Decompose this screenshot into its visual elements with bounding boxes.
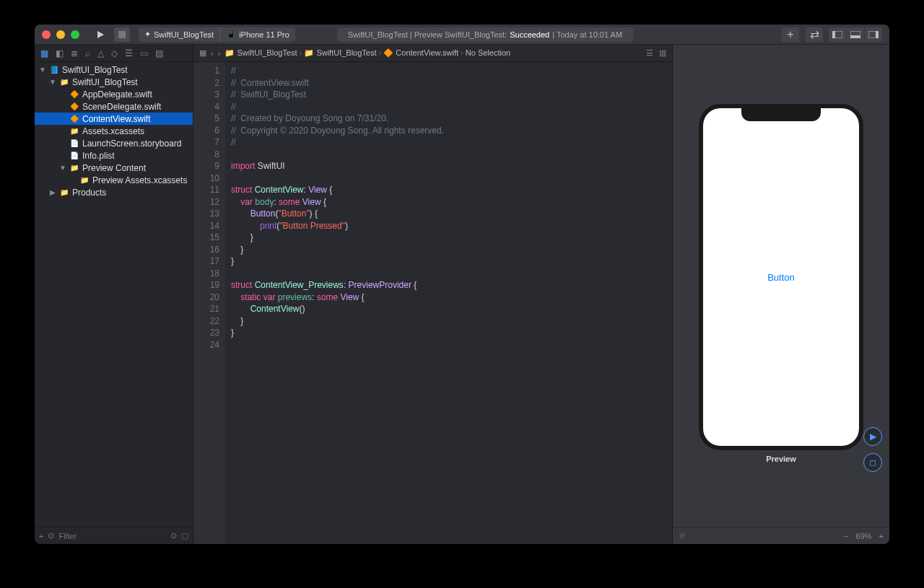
toggle-debug-button[interactable] [847, 27, 864, 42]
proj-icon: 📘 [49, 65, 59, 75]
tree-item-label: LaunchScreen.storyboard [82, 139, 181, 149]
code-editor[interactable]: 123456789101112131415161718192021222324 … [193, 62, 672, 544]
close-window-button[interactable] [42, 30, 51, 39]
recent-filter-button[interactable]: ⊙ [170, 531, 177, 540]
library-button[interactable]: + [782, 27, 799, 42]
tree-item[interactable]: ▶📁Products [35, 186, 193, 198]
tree-item[interactable]: 📄Info.plist [35, 149, 193, 162]
breadcrumb-item[interactable]: No Selection [466, 48, 510, 57]
related-items-button[interactable]: ▦ [199, 48, 206, 58]
svg-rect-6 [876, 31, 879, 38]
disclosure-triangle[interactable]: ▶ [49, 188, 56, 196]
scheme-device-label: iPhone 11 Pro [239, 30, 289, 39]
line-gutter: 123456789101112131415161718192021222324 [193, 62, 225, 544]
minimap-button[interactable]: ☰ [646, 48, 653, 58]
canvas-controls: ▶ ◻ [863, 427, 882, 472]
scm-filter-button[interactable]: ▢ [181, 531, 188, 540]
debug-tab[interactable]: ☰ [125, 48, 133, 58]
xcode-window: ✦SwiftUI_BlogTest 📱iPhone 11 Pro SwiftUI… [35, 25, 889, 544]
code-review-button[interactable]: ⇄ [806, 27, 823, 42]
jump-bar: ▦ ‹ › 📁 SwiftUI_BlogTest › 📁 SwiftUI_Blo… [193, 45, 672, 62]
navigator-footer: + ⊙ ⊙ ▢ [35, 527, 193, 544]
toggle-inspector-button[interactable] [865, 27, 882, 42]
disclosure-triangle[interactable]: ▼ [59, 164, 66, 172]
find-tab[interactable]: ⌕ [85, 48, 90, 58]
disclosure-triangle[interactable]: ▼ [39, 66, 46, 74]
tree-item-label: SwiftUI_BlogTest [62, 65, 128, 75]
project-navigator-tab[interactable]: ▦ [40, 48, 48, 58]
preview-canvas: Button Preview ▶ ◻ ☆ − 69% + [673, 45, 889, 544]
file-tree: ▼📘SwiftUI_BlogTest▼📁SwiftUI_BlogTest🔶App… [35, 62, 193, 527]
tree-item-label: Preview Assets.xcassets [92, 175, 187, 185]
status-time: | Today at 10:01 AM [552, 30, 622, 39]
breadcrumb-item[interactable]: 🔶 ContentView.swift [383, 48, 458, 57]
device-screen: Button [703, 108, 859, 446]
toggle-navigator-button[interactable] [829, 27, 846, 42]
zoom-window-button[interactable] [71, 30, 79, 39]
symbol-tab[interactable]: ≣ [71, 48, 78, 58]
test-tab[interactable]: ◇ [111, 48, 118, 58]
activity-status: SwiftUI_BlogTest | Preview SwiftUI_BlogT… [337, 27, 633, 42]
tree-item[interactable]: ▼📁SwiftUI_BlogTest [35, 76, 193, 88]
adjust-editor-button[interactable]: ▥ [659, 48, 666, 58]
tree-item[interactable]: 🔶ContentView.swift [35, 113, 193, 125]
tree-item[interactable]: ▼📁Preview Content [35, 162, 193, 174]
stop-button[interactable] [114, 27, 130, 42]
device-frame: Button [699, 104, 863, 450]
scheme-selector[interactable]: ✦SwiftUI_BlogTest 📱iPhone 11 Pro [139, 27, 295, 42]
zoom-out-button[interactable]: − [844, 532, 848, 540]
tree-item-label: SceneDelegate.swift [82, 102, 161, 112]
run-button[interactable] [92, 27, 108, 42]
preview-label: Preview [699, 450, 863, 468]
back-button[interactable]: ‹ [211, 49, 214, 58]
source-control-tab[interactable]: ◧ [56, 48, 64, 58]
tree-item[interactable]: 🔶SceneDelegate.swift [35, 100, 193, 113]
device-notch [741, 108, 821, 121]
preview-button-element[interactable]: Button [767, 272, 795, 283]
swift-icon: 🔶 [69, 89, 79, 100]
tree-item[interactable]: 📁Assets.xcassets [35, 125, 193, 137]
breakpoint-tab[interactable]: ▭ [140, 48, 148, 58]
breadcrumb-item[interactable]: 📁 SwiftUI_BlogTest [225, 48, 297, 57]
live-preview-button[interactable]: ▶ [863, 427, 882, 446]
pin-preview-button[interactable]: ☆ [679, 531, 686, 540]
zoom-level: 69% [856, 532, 872, 540]
tree-item-label: SwiftUI_BlogTest [72, 77, 138, 87]
folder-icon: 📁 [69, 163, 79, 173]
inspect-preview-button[interactable]: ◻ [863, 453, 882, 472]
app-icon: ✦ [144, 30, 151, 39]
tree-item[interactable]: ▼📘SwiftUI_BlogTest [35, 63, 193, 76]
tree-item-label: Assets.xcassets [82, 126, 144, 136]
folder-icon: 📁 [59, 188, 69, 198]
breadcrumb-item[interactable]: 📁 SwiftUI_BlogTest [304, 48, 376, 57]
asset-icon: 📁 [79, 175, 90, 185]
editor-panel: ▦ ‹ › 📁 SwiftUI_BlogTest › 📁 SwiftUI_Blo… [193, 45, 673, 544]
disclosure-triangle[interactable]: ▼ [49, 78, 56, 86]
zoom-in-button[interactable]: + [879, 532, 884, 540]
minimize-window-button[interactable] [56, 30, 65, 39]
tree-item-label: Preview Content [82, 163, 146, 173]
svg-rect-2 [832, 31, 835, 38]
asset-icon: 📁 [69, 126, 79, 136]
forward-button[interactable]: › [218, 49, 221, 58]
status-result: Succeeded [510, 30, 549, 39]
window-body: ▦ ◧ ≣ ⌕ △ ◇ ☰ ▭ ▤ ▼📘SwiftUI_BlogTest▼📁Sw… [35, 45, 889, 544]
breadcrumb[interactable]: 📁 SwiftUI_BlogTest › 📁 SwiftUI_BlogTest … [225, 48, 510, 58]
svg-rect-4 [850, 35, 860, 38]
titlebar: ✦SwiftUI_BlogTest 📱iPhone 11 Pro SwiftUI… [35, 25, 889, 45]
tree-item[interactable]: 📄LaunchScreen.storyboard [35, 137, 193, 149]
plist-icon: 📄 [69, 151, 79, 161]
issue-tab[interactable]: △ [97, 48, 104, 58]
tree-item-label: Info.plist [82, 151, 115, 161]
tree-item[interactable]: 📁Preview Assets.xcassets [35, 174, 193, 186]
folder-icon: 📁 [59, 77, 69, 87]
code-content: //// ContentView.swift// SwiftUI_BlogTes… [225, 62, 444, 544]
report-tab[interactable]: ▤ [155, 48, 163, 58]
filter-icon: ⊙ [48, 531, 54, 540]
sb-icon: 📄 [69, 139, 79, 149]
filter-input[interactable] [58, 532, 166, 540]
tree-item-label: ContentView.swift [82, 114, 151, 124]
canvas-footer: ☆ − 69% + [673, 527, 889, 544]
tree-item[interactable]: 🔶AppDelegate.swift [35, 88, 193, 100]
add-files-button[interactable]: + [39, 532, 43, 540]
